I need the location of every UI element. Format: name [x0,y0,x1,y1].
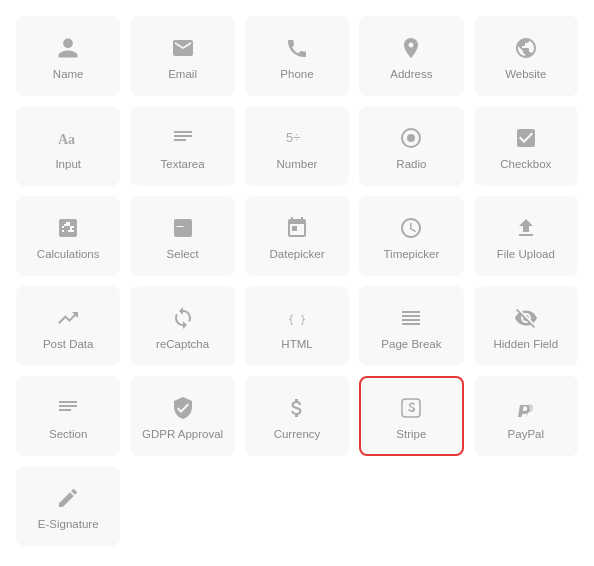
field-type-input[interactable]: AaInput [16,106,120,186]
field-type-timepicker[interactable]: Timepicker [359,196,463,276]
phone-label: Phone [280,68,313,82]
address-label: Address [390,68,432,82]
postdata-icon [56,304,80,332]
datepicker-icon [285,214,309,242]
field-type-select[interactable]: Select [130,196,234,276]
svg-rect-5 [402,399,420,417]
field-type-currency[interactable]: Currency [245,376,349,456]
currency-label: Currency [274,428,321,442]
field-type-html[interactable]: { }HTML [245,286,349,366]
field-type-number[interactable]: 5÷Number [245,106,349,186]
gdpr-label: GDPR Approval [142,428,223,442]
field-type-radio[interactable]: Radio [359,106,463,186]
svg-text:Aa: Aa [58,132,75,147]
section-label: Section [49,428,87,442]
fileupload-label: File Upload [497,248,555,262]
recaptcha-icon [171,304,195,332]
textarea-icon [171,124,195,152]
field-type-phone[interactable]: Phone [245,16,349,96]
select-icon [171,214,195,242]
field-type-datepicker[interactable]: Datepicker [245,196,349,276]
input-icon: Aa [56,124,80,152]
hiddenfield-label: Hidden Field [494,338,559,352]
name-label: Name [53,68,84,82]
paypal-icon [514,394,538,422]
field-type-pagebreak[interactable]: Page Break [359,286,463,366]
textarea-label: Textarea [161,158,205,172]
address-icon [399,34,423,62]
field-type-hiddenfield[interactable]: Hidden Field [474,286,578,366]
calculations-icon [56,214,80,242]
field-type-esignature[interactable]: E-Signature [16,466,120,546]
esignature-label: E-Signature [38,518,99,532]
svg-point-3 [407,134,415,142]
website-label: Website [505,68,546,82]
postdata-label: Post Data [43,338,94,352]
checkbox-label: Checkbox [500,158,551,172]
field-type-calculations[interactable]: Calculations [16,196,120,276]
datepicker-label: Datepicker [270,248,325,262]
timepicker-icon [399,214,423,242]
radio-icon [399,124,423,152]
esignature-icon [56,484,80,512]
svg-text:5÷: 5÷ [286,130,300,145]
pagebreak-icon [399,304,423,332]
email-label: Email [168,68,197,82]
gdpr-icon [171,394,195,422]
recaptcha-label: reCaptcha [156,338,209,352]
website-icon [514,34,538,62]
field-type-fileupload[interactable]: File Upload [474,196,578,276]
stripe-label: Stripe [396,428,426,442]
calculations-label: Calculations [37,248,100,262]
field-type-section[interactable]: Section [16,376,120,456]
paypal-label: PayPal [508,428,544,442]
field-type-gdpr[interactable]: GDPR Approval [130,376,234,456]
email-icon [171,34,195,62]
field-type-name[interactable]: Name [16,16,120,96]
field-type-email[interactable]: Email [130,16,234,96]
field-type-paypal[interactable]: PayPal [474,376,578,456]
html-icon: { } [285,304,309,332]
fileupload-icon [514,214,538,242]
field-type-stripe[interactable]: Stripe [359,376,463,456]
currency-icon [285,394,309,422]
name-icon [56,34,80,62]
field-type-textarea[interactable]: Textarea [130,106,234,186]
timepicker-label: Timepicker [383,248,439,262]
select-label: Select [167,248,199,262]
field-type-recaptcha[interactable]: reCaptcha [130,286,234,366]
input-label: Input [55,158,81,172]
number-label: Number [277,158,318,172]
field-type-checkbox[interactable]: Checkbox [474,106,578,186]
field-type-website[interactable]: Website [474,16,578,96]
stripe-icon [399,394,423,422]
field-type-postdata[interactable]: Post Data [16,286,120,366]
field-type-grid: NameEmailPhoneAddressWebsiteAaInputTexta… [16,16,578,546]
field-type-address[interactable]: Address [359,16,463,96]
section-icon [56,394,80,422]
hiddenfield-icon [514,304,538,332]
phone-icon [285,34,309,62]
radio-label: Radio [396,158,426,172]
checkbox-icon [514,124,538,152]
pagebreak-label: Page Break [381,338,441,352]
svg-text:{ }: { } [288,314,306,325]
html-label: HTML [281,338,312,352]
number-icon: 5÷ [285,124,309,152]
